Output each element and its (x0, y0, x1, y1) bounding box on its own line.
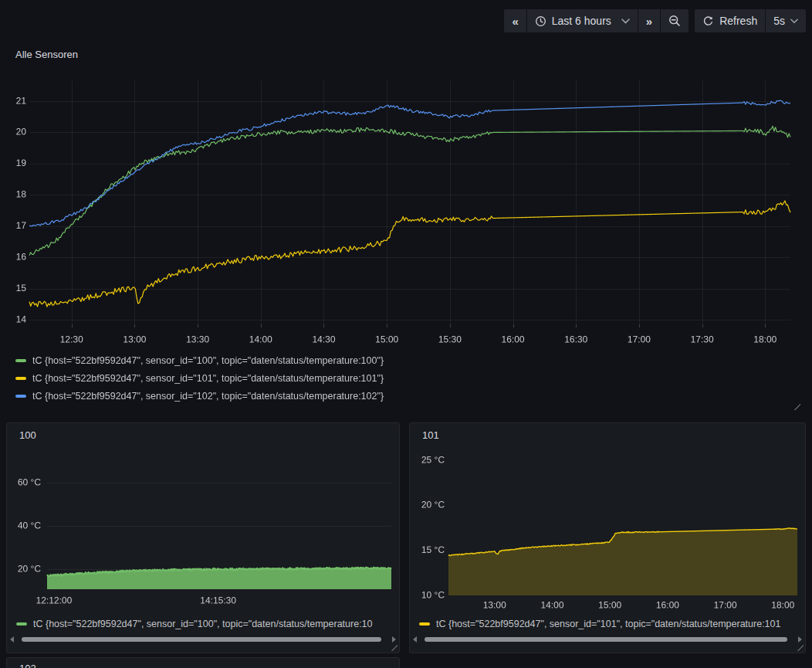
legend-item-label: tC {host="522bf9592d47", sensor_id="101"… (32, 373, 384, 384)
time-shift-forward-button[interactable]: » (638, 9, 660, 32)
panel-resize-handle[interactable] (793, 402, 800, 410)
zoom-out-icon (668, 15, 681, 27)
legend-item-sensor-100[interactable]: tC {host="522bf9592d47", sensor_id="100"… (15, 351, 384, 369)
refresh-interval-label: 5s (773, 15, 785, 27)
panel-title-alle-sensoren[interactable]: Alle Sensoren (15, 49, 78, 60)
panel-101-horizontal-scrollbar (413, 635, 802, 644)
scroll-right-arrow-icon[interactable] (392, 636, 396, 643)
legend-item-sensor-102[interactable]: tC {host="522bf9592d47", sensor_id="102"… (15, 387, 384, 405)
panel-title-102[interactable]: 102 (19, 663, 36, 668)
main-chart-legend: tC {host="522bf9592d47", sensor_id="100"… (15, 351, 384, 405)
refresh-group: Refresh 5s (695, 9, 806, 32)
panel-101-chart-canvas[interactable] (410, 423, 805, 613)
scrollbar-track[interactable] (17, 635, 389, 644)
time-range-group: « Last 6 hours » (504, 9, 689, 32)
time-range-label: Last 6 hours (552, 15, 611, 27)
panel-101-legend[interactable]: tC {host="522bf9592d47", sensor_id="101"… (419, 616, 804, 632)
chevron-down-icon (621, 19, 630, 24)
legend-item-label: tC {host="522bf9592d47", sensor_id="100"… (32, 355, 384, 366)
panel-resize-handle[interactable] (796, 643, 804, 651)
scroll-left-arrow-icon[interactable] (413, 636, 417, 643)
legend-item-label: tC {host="522bf9592d47", sensor_id="102"… (32, 391, 384, 402)
scrollbar-thumb[interactable] (22, 637, 381, 642)
series-swatch (15, 359, 26, 362)
panel-101: 101 tC {host="522bf9592d47", sensor_id="… (409, 422, 806, 653)
clock-icon (535, 15, 546, 27)
scroll-left-arrow-icon[interactable] (10, 636, 14, 643)
refresh-label: Refresh (719, 15, 757, 27)
panel-100-chart-canvas[interactable] (7, 423, 399, 612)
series-swatch (15, 377, 26, 380)
refresh-icon (702, 15, 714, 27)
dashboard-toolbar: « Last 6 hours » Refresh 5s (504, 9, 806, 32)
series-swatch (16, 622, 27, 626)
main-chart-canvas[interactable] (6, 76, 806, 354)
chevrons-right-icon: » (646, 15, 652, 27)
scroll-right-arrow-icon[interactable] (798, 636, 802, 643)
time-range-picker-button[interactable]: Last 6 hours (527, 9, 638, 32)
panel-100: 100 tC {host="522bf9592d47", sensor_id="… (6, 422, 400, 653)
series-swatch (419, 622, 430, 626)
refresh-button[interactable]: Refresh (695, 9, 765, 32)
chevron-down-icon (790, 19, 798, 24)
panel-102: 102 (6, 657, 400, 668)
series-swatch (15, 395, 26, 398)
legend-item-label: tC {host="522bf9592d47", sensor_id="100"… (33, 619, 373, 629)
panel-100-legend[interactable]: tC {host="522bf9592d47", sensor_id="100"… (16, 616, 398, 632)
scrollbar-thumb[interactable] (425, 637, 787, 642)
refresh-interval-button[interactable]: 5s (766, 9, 806, 32)
chevrons-left-icon: « (512, 15, 518, 27)
time-shift-back-button[interactable]: « (504, 9, 526, 32)
panel-resize-handle[interactable] (390, 643, 398, 651)
scrollbar-track[interactable] (420, 635, 795, 644)
main-chart-area (6, 76, 806, 354)
zoom-out-button[interactable] (661, 9, 689, 32)
panel-100-horizontal-scrollbar (10, 635, 396, 644)
legend-item-sensor-101[interactable]: tC {host="522bf9592d47", sensor_id="101"… (15, 369, 384, 387)
legend-item-label: tC {host="522bf9592d47", sensor_id="101"… (436, 619, 780, 629)
